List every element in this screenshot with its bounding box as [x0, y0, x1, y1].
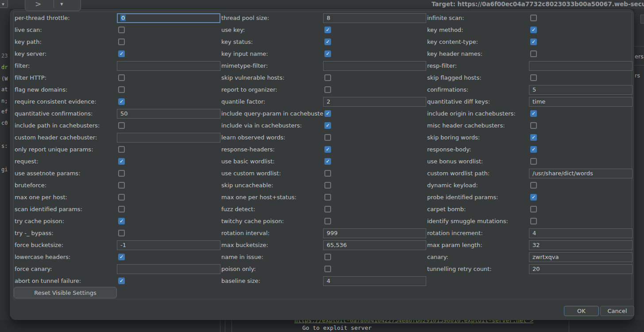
- max-param-length-input[interactable]: [529, 240, 632, 250]
- setting-row-use-custom-wordlist: use custom wordlist:: [220, 167, 426, 179]
- force-canary-input[interactable]: [117, 264, 220, 274]
- key-method-checkbox[interactable]: [530, 27, 537, 33]
- quantitative-confirmations-input[interactable]: [117, 109, 220, 119]
- flag-new-domains-checkbox[interactable]: [118, 86, 125, 93]
- rotation-increment-input[interactable]: [529, 228, 632, 238]
- misc-header-cachebusters-checkbox[interactable]: [530, 122, 537, 129]
- include-via-in-cachebusters-checkbox[interactable]: [324, 122, 331, 129]
- setting-label: key header names:: [426, 50, 529, 57]
- dropdown-caret-button[interactable]: ▼: [0, 0, 8, 8]
- lowercase-headers-checkbox[interactable]: [118, 254, 125, 260]
- skip-uncacheable-checkbox[interactable]: [324, 182, 331, 189]
- setting-control: [117, 36, 220, 48]
- setting-row-key-header-names: key header names:: [426, 48, 632, 60]
- confirmations-input[interactable]: [529, 85, 632, 95]
- twitchy-cache-poison-checkbox[interactable]: [324, 218, 331, 224]
- try-cache-poison-checkbox[interactable]: [118, 218, 125, 224]
- skip-boring-words-checkbox[interactable]: [530, 134, 537, 141]
- settings-panel: per-thread throttle:0live scan:key path:…: [13, 12, 632, 299]
- custom-wordlist-path-input[interactable]: [529, 169, 632, 178]
- setting-row-live-scan: live scan:: [14, 24, 220, 36]
- quantitative-diff-keys-input[interactable]: [529, 97, 632, 107]
- require-consistent-evidence-checkbox[interactable]: [118, 98, 125, 105]
- try-bypass-checkbox[interactable]: [118, 230, 125, 236]
- key-status-checkbox[interactable]: [324, 39, 331, 45]
- setting-control: [117, 263, 220, 275]
- name-in-issue-checkbox[interactable]: [324, 254, 331, 260]
- setting-row-include-origin-in-cachebusters: include origin in cachebusters:: [426, 108, 632, 120]
- setting-row-skip-vulnerable-hosts: skip vulnerable hosts:: [220, 72, 426, 84]
- include-origin-in-cachebusters-checkbox[interactable]: [530, 110, 537, 117]
- setting-row-learn-observed-words: learn observed words:: [220, 131, 426, 143]
- setting-control: [117, 143, 220, 155]
- skip-flagged-hosts-checkbox[interactable]: [530, 74, 537, 81]
- use-key-checkbox[interactable]: [324, 27, 331, 33]
- poison-only-checkbox[interactable]: [324, 266, 331, 272]
- setting-row-misc-header-cachebusters: misc header cachebusters:: [426, 120, 632, 131]
- abort-on-tunnel-failure-checkbox[interactable]: [118, 278, 125, 284]
- bruteforce-checkbox[interactable]: [118, 182, 125, 189]
- setting-row-report-to-organizer: report to organizer:: [220, 84, 426, 96]
- key-content-type-checkbox[interactable]: [530, 39, 537, 45]
- learn-observed-words-checkbox[interactable]: [324, 134, 331, 141]
- use-basic-wordlist-checkbox[interactable]: [324, 158, 331, 165]
- max-one-per-host-checkbox[interactable]: [118, 194, 125, 201]
- custom-header-cachebuster-input[interactable]: [117, 133, 220, 143]
- setting-label: max one per host:: [14, 194, 117, 201]
- thread-pool-size-input[interactable]: [323, 13, 426, 23]
- setting-label: bruteforce:: [14, 182, 117, 189]
- include-path-in-cachebusters-checkbox[interactable]: [118, 122, 125, 129]
- use-assetnote-params-checkbox[interactable]: [118, 170, 125, 177]
- key-input-name-checkbox[interactable]: [324, 50, 331, 57]
- resp-filter-input[interactable]: [529, 61, 632, 71]
- rotation-interval-input[interactable]: [323, 228, 426, 238]
- force-bucketsize-input[interactable]: [117, 240, 220, 250]
- use-custom-wordlist-checkbox[interactable]: [324, 170, 331, 177]
- use-bonus-wordlist-checkbox[interactable]: [530, 158, 537, 165]
- skip-vulnerable-hosts-checkbox[interactable]: [324, 74, 331, 81]
- send-split-button[interactable]: > ▼: [25, 0, 81, 11]
- key-header-names-checkbox[interactable]: [530, 50, 537, 57]
- max-bucketsize-input[interactable]: [323, 240, 426, 250]
- response-body-checkbox[interactable]: [530, 146, 537, 153]
- report-to-organizer-checkbox[interactable]: [324, 86, 331, 93]
- key-path-checkbox[interactable]: [118, 39, 125, 45]
- mimetype-filter-input[interactable]: [323, 61, 426, 71]
- quantile-factor-input[interactable]: [323, 97, 426, 107]
- canary-input[interactable]: [529, 252, 632, 262]
- response-headers-checkbox[interactable]: [324, 146, 331, 153]
- infinite-scan-checkbox[interactable]: [530, 15, 537, 21]
- setting-row-rotation-interval: rotation interval:: [220, 227, 426, 239]
- per-thread-throttle-input[interactable]: 0: [117, 13, 220, 23]
- request-checkbox[interactable]: [118, 158, 125, 165]
- setting-row-custom-header-cachebuster: custom header cachebuster:: [14, 131, 220, 143]
- max-one-per-host-status-checkbox[interactable]: [324, 194, 331, 201]
- setting-label: mimetype-filter:: [220, 62, 323, 69]
- filter-http-checkbox[interactable]: [118, 74, 125, 81]
- cancel-button[interactable]: Cancel: [600, 306, 634, 316]
- live-scan-checkbox[interactable]: [118, 27, 125, 33]
- setting-control: [529, 108, 632, 120]
- include-query-param-in-cachebusters-checkbox[interactable]: [324, 110, 331, 117]
- dynamic-keyload-checkbox[interactable]: [530, 182, 537, 189]
- fuzz-detect-checkbox[interactable]: [324, 206, 331, 212]
- probe-identified-params-checkbox[interactable]: [530, 194, 537, 201]
- setting-row-per-thread-throttle: per-thread throttle:0: [14, 12, 220, 24]
- only-report-unique-params-checkbox[interactable]: [118, 146, 125, 153]
- tunnelling-retry-count-input[interactable]: [529, 264, 632, 274]
- identify-smuggle-mutations-checkbox[interactable]: [530, 218, 537, 224]
- setting-label: rotation increment:: [426, 230, 529, 236]
- go-to-exploit-server-link[interactable]: Go to exploit server: [302, 324, 372, 331]
- setting-label: key input name:: [220, 50, 323, 57]
- setting-label: lowercase headers:: [14, 254, 117, 260]
- ok-button[interactable]: OK: [564, 306, 599, 316]
- scan-identified-params-checkbox[interactable]: [118, 206, 125, 212]
- clipped-code-fragment: gi: [1, 167, 8, 172]
- carpet-bomb-checkbox[interactable]: [530, 206, 537, 212]
- key-server-checkbox[interactable]: [118, 50, 125, 57]
- setting-label: quantitative confirmations:: [14, 110, 117, 117]
- baseline-size-input[interactable]: [323, 276, 426, 286]
- setting-row-thread-pool-size: thread pool size:: [220, 12, 426, 24]
- filter-input[interactable]: [117, 61, 220, 71]
- reset-visible-settings-button[interactable]: Reset Visible Settings: [14, 287, 117, 298]
